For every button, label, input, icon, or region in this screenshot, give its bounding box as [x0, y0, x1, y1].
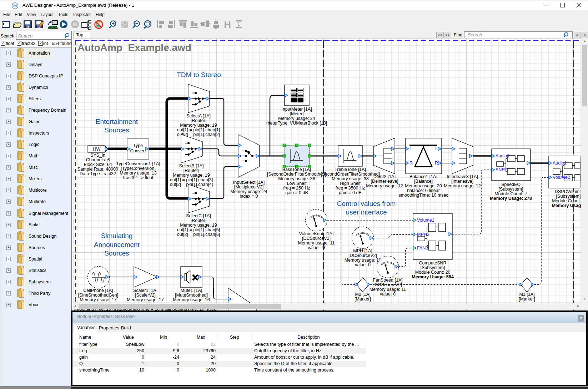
svg-text:[MuteSmoothed]: [MuteSmoothed]: [175, 293, 208, 298]
svg-text:SpeedEQ: SpeedEQ: [501, 182, 521, 187]
svg-text:Channels: 6: Channels: 6: [86, 157, 110, 162]
svg-text:out[1] = pin[1].chan[5]: out[1] = pin[1].chan[5]: [177, 227, 220, 232]
svg-text:Control values from: Control values from: [337, 200, 396, 207]
svg-text:AutoAmp_Example.awd: AutoAmp_Example.awd: [77, 42, 191, 53]
svg-text:out[2] = pin[1].chan[6]: out[2] = pin[1].chan[6]: [177, 232, 220, 237]
svg-text:Interleave3 [1A]: Interleave3 [1A]: [447, 174, 478, 179]
svg-text:Entertainment: Entertainment: [96, 118, 138, 125]
svg-text:[DCSourceV2]: [DCSourceV2]: [302, 236, 331, 241]
svg-text:Module Count: 20: Module Count: 20: [415, 270, 451, 275]
svg-text:Memory Usage: 584: Memory Usage: 584: [412, 274, 453, 279]
svg-text:[Router]: [Router]: [191, 118, 206, 123]
svg-text:Memory usage: 17: Memory usage: 17: [80, 297, 117, 302]
svg-text:M2 [1A]: M2 [1A]: [355, 292, 370, 297]
svg-text:out[1] = pin[1].chan[3]: out[1] = pin[1].chan[3]: [170, 177, 213, 182]
svg-text:MPH [1A]: MPH [1A]: [353, 248, 372, 253]
svg-text:Simulating: Simulating: [101, 232, 133, 239]
svg-text:Low Shelf: Low Shelf: [287, 181, 307, 186]
svg-text:[ScalerV2]: [ScalerV2]: [135, 293, 156, 298]
svg-text:[SecondOrderFilterSmoothed]: [SecondOrderFilterSmoothed]: [267, 172, 326, 177]
svg-text:High Shelf: High Shelf: [340, 181, 361, 186]
svg-text:TDM to Stereo: TDM to Stereo: [177, 71, 221, 79]
svg-text:[Marker]: [Marker]: [519, 297, 535, 302]
svg-text:MPH2: MPH2: [417, 232, 429, 237]
svg-text:Memory usage: 19: Memory usage: 19: [180, 123, 217, 128]
svg-text:balance: 0 linear: balance: 0 linear: [407, 188, 440, 193]
svg-text:SelectB [1A]: SelectB [1A]: [179, 163, 204, 168]
svg-text:[Router]: [Router]: [191, 218, 206, 223]
svg-text:[Interleave]: [Interleave]: [451, 179, 473, 184]
svg-text:Memory usage: 20: Memory usage: 20: [405, 183, 442, 188]
svg-text:Block Size: 64: Block Size: 64: [84, 162, 112, 167]
svg-text:R: R: [409, 161, 413, 166]
svg-text:VolumeKnob [1A]: VolumeKnob [1A]: [299, 231, 334, 236]
svg-text:TypeConversion1 [1A]: TypeConversion1 [1A]: [116, 161, 160, 166]
svg-text:[Deinterleave]: [Deinterleave]: [371, 179, 398, 184]
svg-text:Sources: Sources: [104, 126, 129, 134]
svg-text:Memory Usage: 278: Memory Usage: 278: [490, 196, 532, 201]
svg-text:value: 0: value: 0: [380, 292, 396, 297]
svg-text:[SineSmoothedGen]: [SineSmoothedGen]: [78, 293, 119, 298]
svg-text:Mute1 [1A]: Mute1 [1A]: [181, 288, 202, 293]
svg-text:Memory usage: 16: Memory usage: 16: [173, 297, 210, 302]
svg-text:InputSelect [1A]: InputSelect [1A]: [233, 180, 265, 185]
svg-text:Memory usage: 38: Memory usage: 38: [332, 176, 369, 181]
svg-text:[DCSourceV2]: [DCSourceV2]: [373, 282, 402, 287]
svg-text:FanSpeed [1A]: FanSpeed [1A]: [373, 278, 402, 283]
svg-text:SelectC [1A]: SelectC [1A]: [186, 213, 211, 218]
svg-text:gain = 0 dB: gain = 0 dB: [339, 190, 362, 195]
svg-text:SNR2: SNR2: [496, 167, 507, 172]
svg-text:Memory usage: 19: Memory usage: 19: [173, 173, 210, 178]
svg-text:Type: Type: [133, 143, 143, 148]
svg-text:[DCSourceV2]: [DCSourceV2]: [348, 253, 377, 258]
svg-text:SYS_in: SYS_in: [90, 153, 105, 158]
svg-text:Module Count: 7: Module Count: 7: [494, 191, 527, 196]
svg-text:Scaler1 [1A]: Scaler1 [1A]: [133, 288, 157, 293]
svg-text:gain = 0 dB: gain = 0 dB: [285, 190, 308, 195]
svg-text:FAN3: FAN3: [417, 246, 428, 251]
svg-text:Memory usage: 12: Memory usage: 12: [366, 183, 403, 188]
svg-text:[Router]: [Router]: [184, 168, 199, 173]
svg-text:[MultiplexorV2]: [MultiplexorV2]: [234, 185, 264, 190]
svg-text:InputMeter [1A]: InputMeter [1A]: [281, 107, 312, 112]
svg-text:[Marker]: [Marker]: [355, 297, 371, 302]
svg-text:out[1] = pin[1].chan[1]: out[1] = pin[1].chan[1]: [177, 127, 220, 132]
svg-text:fract32 --> float: fract32 --> float: [123, 175, 154, 180]
svg-text:value: -9: value: -9: [308, 245, 325, 250]
svg-text:Memory usage: 12: Memory usage: 12: [444, 183, 481, 188]
svg-text:R: R: [435, 161, 438, 166]
svg-text:Audio1: Audio1: [553, 161, 567, 166]
svg-text:value: 0: value: 0: [355, 262, 371, 267]
svg-text:HW: HW: [93, 147, 101, 152]
svg-text:Audio1: Audio1: [496, 153, 509, 158]
svg-text:[Subsystem]: [Subsystem]: [499, 187, 523, 192]
svg-text:[Meter]: [Meter]: [290, 111, 304, 116]
svg-text:[Subsystem]: [Subsystem]: [421, 265, 445, 270]
svg-text:Memory usage: 19: Memory usage: 19: [180, 223, 217, 228]
svg-text:Announcement: Announcement: [94, 241, 140, 248]
svg-text:Memory usage: 11: Memory usage: 11: [345, 258, 381, 263]
svg-text:Memory usage: 11: Memory usage: 11: [298, 241, 335, 246]
svg-text:Memory Usage:: Memory Usage:: [552, 203, 585, 208]
svg-text:freq = 250 Hz: freq = 250 Hz: [283, 186, 310, 191]
svg-text:L: L: [435, 146, 438, 151]
svg-text:user interface: user interface: [346, 208, 387, 216]
svg-text:smoothingTime: 10 msec: smoothingTime: 10 msec: [398, 193, 448, 198]
svg-text:[Subsystem]: [Subsystem]: [556, 194, 581, 199]
svg-text:Volume2: Volume2: [553, 175, 570, 180]
svg-text:freq = 3500 Hz: freq = 3500 Hz: [336, 186, 365, 191]
svg-text:Module Count: 5: Module Count: 5: [552, 198, 585, 203]
svg-text:DSPCVolume: DSPCVolume: [555, 189, 582, 194]
svg-text:meterType: VUMeterBlock [18]: meterType: VUMeterBlock [18]: [266, 121, 327, 126]
svg-text:TrebleTone [1A]: TrebleTone [1A]: [335, 167, 366, 172]
svg-text:SelectA [1A]: SelectA [1A]: [186, 113, 211, 118]
svg-text:Memory usage: 24: Memory usage: 24: [230, 189, 267, 194]
svg-text:L: L: [409, 146, 412, 151]
svg-text:Memory usage: 24: Memory usage: 24: [278, 116, 315, 121]
svg-text:M1 [1A]: M1 [1A]: [519, 292, 534, 297]
svg-text:Memory usage: 38: Memory usage: 38: [278, 176, 315, 181]
svg-text:Memory usage: 13: Memory usage: 13: [120, 171, 157, 176]
svg-text:[SecondOrderFilterSmoothed]: [SecondOrderFilterSmoothed]: [321, 172, 380, 177]
svg-text:Sources: Sources: [104, 249, 129, 257]
svg-text:index = 0: index = 0: [240, 194, 258, 199]
